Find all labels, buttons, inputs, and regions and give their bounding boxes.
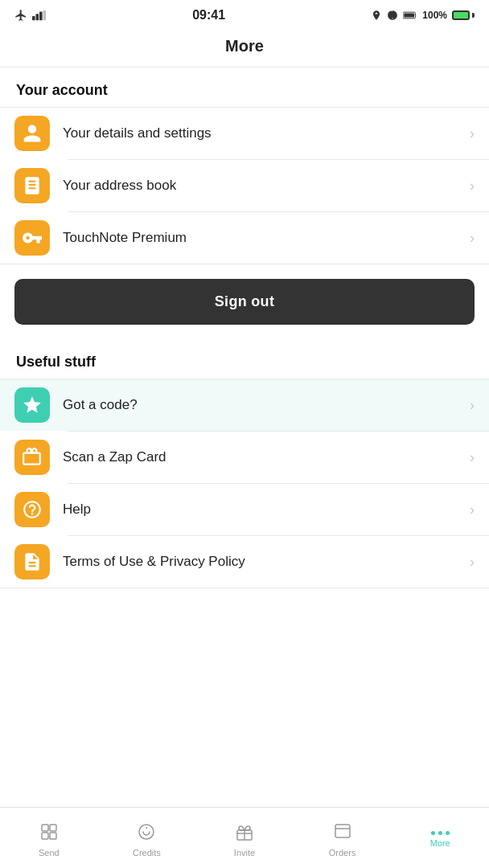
- star-icon: [22, 395, 43, 416]
- signout-button[interactable]: Sign out: [14, 279, 475, 325]
- credits-nav-label: Credits: [133, 848, 161, 858]
- more-nav-label: More: [430, 838, 450, 848]
- key-icon: [22, 227, 43, 248]
- help-label: Help: [63, 502, 463, 518]
- send-nav-icon: [39, 822, 59, 845]
- nav-item-more[interactable]: More: [391, 825, 489, 851]
- status-left: [14, 9, 47, 22]
- chevron-help: ›: [470, 502, 475, 518]
- svg-rect-7: [42, 825, 48, 831]
- svg-rect-8: [50, 825, 56, 831]
- chevron-address: ›: [470, 178, 475, 194]
- zap-label: Scan a Zap Card: [63, 449, 463, 465]
- divider-bottom-useful: [0, 588, 489, 588]
- signal-icon: [32, 10, 47, 21]
- main-content: Your account Your details and settings ›…: [0, 68, 489, 649]
- invite-nav-label: Invite: [234, 848, 255, 858]
- chevron-code: ›: [470, 397, 475, 414]
- help-icon: [22, 499, 43, 520]
- svg-rect-10: [50, 833, 56, 839]
- nav-item-invite[interactable]: Invite: [195, 816, 294, 861]
- bottom-nav: Send Credits Invite Ord: [0, 807, 489, 868]
- svg-rect-2: [39, 12, 43, 21]
- orders-nav-icon: [333, 822, 352, 845]
- nav-item-credits[interactable]: Credits: [98, 816, 196, 861]
- nav-item-send[interactable]: Send: [0, 816, 98, 861]
- svg-point-11: [139, 825, 154, 839]
- list-item-terms[interactable]: Terms of Use & Privacy Policy ›: [0, 536, 489, 588]
- send-nav-label: Send: [39, 848, 60, 858]
- svg-rect-0: [32, 16, 35, 20]
- credits-nav-icon: [137, 822, 156, 845]
- orders-nav-label: Orders: [329, 848, 356, 858]
- section-useful-header: Useful stuff: [0, 339, 489, 379]
- credits-icon: [137, 822, 156, 841]
- book-icon-bg: [14, 168, 50, 203]
- screen-icon: [403, 10, 417, 21]
- chevron-terms: ›: [470, 554, 475, 571]
- terms-label: Terms of Use & Privacy Policy: [63, 554, 463, 570]
- svg-rect-1: [36, 14, 39, 20]
- section-account-header: Your account: [0, 68, 489, 107]
- list-item-address[interactable]: Your address book ›: [0, 160, 489, 211]
- chevron-zap: ›: [470, 449, 475, 466]
- compass-icon: [387, 10, 398, 21]
- chevron-details: ›: [470, 125, 475, 142]
- details-label: Your details and settings: [63, 125, 463, 141]
- svg-point-12: [146, 827, 147, 829]
- help-icon-bg: [14, 492, 50, 527]
- location-icon: [371, 10, 382, 21]
- send-icon: [39, 822, 59, 841]
- code-label: Got a code?: [63, 397, 463, 413]
- page-title: More: [0, 27, 489, 68]
- person-icon: [22, 123, 43, 144]
- signout-container: Sign out: [0, 264, 489, 339]
- key-icon-bg: [14, 220, 50, 256]
- airplane-icon: [14, 9, 27, 22]
- star-icon-bg: [14, 387, 50, 423]
- address-label: Your address book: [63, 178, 463, 194]
- zap-icon-bg: [14, 440, 50, 475]
- orders-icon: [333, 822, 352, 841]
- status-bar: 09:41 100%: [0, 0, 489, 27]
- chevron-premium: ›: [470, 230, 475, 247]
- nav-item-orders[interactable]: Orders: [294, 816, 392, 861]
- gift-icon: [235, 822, 254, 841]
- status-right: 100%: [371, 10, 475, 21]
- terms-icon-bg: [14, 544, 50, 579]
- svg-rect-6: [405, 13, 415, 17]
- list-item-zap[interactable]: Scan a Zap Card ›: [0, 432, 489, 483]
- svg-rect-14: [335, 825, 350, 837]
- zap-card-icon: [22, 447, 43, 468]
- list-item-details[interactable]: Your details and settings ›: [0, 108, 489, 159]
- status-time: 09:41: [192, 8, 225, 23]
- battery-percent: 100%: [422, 10, 447, 21]
- premium-label: TouchNote Premium: [63, 230, 463, 246]
- more-nav-icon: [431, 831, 450, 835]
- svg-rect-3: [43, 10, 47, 21]
- terms-icon: [22, 551, 43, 572]
- book-icon: [22, 175, 43, 196]
- invite-nav-icon: [235, 822, 254, 845]
- list-item-premium[interactable]: TouchNote Premium ›: [0, 212, 489, 264]
- list-item-help[interactable]: Help ›: [0, 484, 489, 535]
- battery-icon: [452, 10, 475, 20]
- person-icon-bg: [14, 116, 50, 151]
- list-item-code[interactable]: Got a code? ›: [0, 379, 489, 431]
- svg-rect-9: [42, 833, 48, 839]
